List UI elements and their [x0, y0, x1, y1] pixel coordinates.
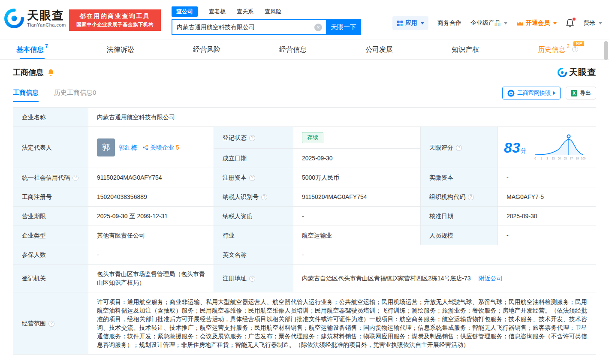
table-cell: 包头市青山区市场监督管理局（包头市青山区知识产权局） — [88, 265, 214, 292]
tab-basic-info[interactable]: 基本信息 7 — [16, 39, 48, 59]
tab-history-info[interactable]: VIP 历史信息 2 — [538, 39, 578, 59]
table-cell: 登记机关 — [13, 265, 88, 292]
table-cell: 人员规模 — [421, 226, 498, 245]
score-widget[interactable]: 83分 0 1 3 15 50 65 97 99 100 — [504, 133, 590, 162]
tab-count: 7 — [45, 43, 48, 49]
table-cell: 参保人数 — [13, 245, 88, 265]
english-name: - — [302, 251, 304, 258]
search-input[interactable] — [172, 24, 326, 31]
search-tab-company[interactable]: 查公司 — [172, 6, 198, 17]
row-legal-rep: 法定代表人 郭 郭红梅 关联企业 5 登记状态 — [13, 127, 596, 149]
tab-legal-litigation[interactable]: 法律诉讼 — [107, 39, 134, 59]
tab-label: 基本信息 — [16, 39, 44, 60]
official-snapshot-label: 工商官网快照 — [517, 89, 551, 97]
search-tab-boss[interactable]: 查老板 — [209, 8, 226, 15]
help-icon[interactable] — [249, 175, 255, 181]
tianyancha-watermark-icon — [558, 68, 567, 77]
banner-line1: 都在用的商业查询工具 — [80, 12, 151, 20]
promo-banner: 都在用的商业查询工具 国家中小企业发展子基金旗下机构 — [69, 9, 161, 31]
help-icon[interactable] — [48, 321, 54, 327]
tab-count: 2 — [567, 43, 570, 49]
svg-text:3: 3 — [546, 157, 548, 160]
site-header: 天眼查 TianYanCha.com 都在用的商业查询工具 国家中小企业发展子基… — [0, 0, 609, 39]
table-cell: MAG0AFY7-5 — [498, 187, 596, 207]
legal-rep-link[interactable]: 郭红梅 — [119, 143, 137, 152]
search-button[interactable]: 天眼一下 — [326, 19, 361, 35]
row-business-term: 营业期限 2025-09-30 至 2099-12-31 纳税人资质 - 核准日… — [13, 207, 596, 226]
chevron-down-icon — [421, 22, 424, 24]
enterprise-products-menu[interactable]: 企业级产品 — [470, 19, 507, 27]
table-cell: 150204038356889 — [88, 187, 214, 207]
table-cell: 内蒙古自治区包头市青山区青福镇赵家营村四区2栋14号底店-73 附近公司 — [293, 265, 596, 292]
table-cell: 91150204MAG0AFY754 — [293, 187, 421, 207]
table-cell: 法定代表人 — [13, 127, 88, 168]
help-icon[interactable] — [572, 46, 578, 52]
page-scrollbar[interactable] — [604, 41, 608, 60]
related-companies-link[interactable]: 关联企业 5 — [142, 143, 179, 152]
export-button[interactable]: 导出 — [566, 87, 596, 99]
section-title: 工商信息 — [13, 67, 44, 78]
help-icon[interactable] — [72, 175, 78, 181]
notifications-button[interactable] — [566, 18, 574, 28]
table-cell: - — [498, 168, 596, 187]
subtab-business-info[interactable]: 工商信息 — [13, 89, 39, 102]
tab-company-development[interactable]: 公司发展 — [365, 39, 393, 59]
table-cell: 行业 — [214, 226, 293, 245]
tab-label: 法律诉讼 — [107, 39, 134, 60]
search-tab-risk[interactable]: 查风险 — [265, 8, 281, 15]
notification-dot — [573, 18, 576, 21]
apps-menu[interactable]: 应用 — [392, 16, 428, 30]
org-code: MAG0AFY7-5 — [506, 193, 544, 200]
svg-text:15: 15 — [552, 157, 555, 160]
legal-rep-avatar[interactable]: 郭 — [97, 138, 115, 156]
tab-operation-info[interactable]: 经营信息 — [279, 39, 307, 59]
tianyancha-logo[interactable]: 天眼查 TianYanCha.com — [4, 9, 66, 28]
related-companies-label: 关联企业 — [150, 143, 174, 152]
table-cell: 纳税人识别号 — [214, 187, 293, 207]
field-label: 核准日期 — [429, 213, 453, 220]
table-cell: 注册地址 — [214, 265, 293, 292]
table-cell: 英文名称 — [214, 245, 293, 265]
help-icon[interactable] — [249, 135, 255, 141]
reg-address: 内蒙古自治区包头市青山区青福镇赵家营村四区2栋14号底店-73 — [302, 275, 471, 282]
table-cell: - — [293, 207, 421, 226]
clear-search-icon[interactable]: × — [314, 24, 322, 31]
help-icon[interactable] — [249, 276, 255, 282]
subtab-history-business-info[interactable]: 历史工商信息0 — [54, 89, 96, 102]
row-reg-number: 工商注册号 150204038356889 纳税人识别号 91150204MAG… — [13, 187, 596, 207]
taxpayer-quality: - — [302, 213, 304, 220]
chevron-down-icon — [599, 22, 602, 24]
taxpayer-id: 91150204MAG0AFY754 — [302, 193, 367, 200]
user-menu[interactable]: 费米 — [583, 19, 602, 27]
table-cell: 天眼评分 — [421, 127, 498, 168]
nearby-companies-link[interactable]: 附近公司 — [478, 275, 502, 282]
field-label: 纳税人识别号 — [223, 193, 259, 200]
business-cooperation-link[interactable]: 商务合作 — [437, 19, 461, 27]
score-value: 83 — [504, 139, 520, 156]
score-unit: 分 — [521, 147, 527, 154]
row-business-scope: 经营范围 许可项目：通用航空服务；商业非运输、私用大型航空器运营人、航空器代管人… — [13, 292, 596, 355]
official-snapshot-button[interactable]: 工商官网快照 — [502, 87, 561, 99]
subtab-row: 工商信息 历史工商信息0 工商官网快照 导出 — [13, 87, 596, 102]
table-cell: 营业期限 — [13, 207, 88, 226]
svg-text:97: 97 — [570, 157, 573, 160]
help-icon[interactable] — [468, 194, 474, 200]
table-cell: 存续 — [293, 127, 421, 149]
svg-text:65: 65 — [564, 157, 567, 160]
chevron-down-icon — [504, 22, 507, 24]
field-label: 经营范围 — [22, 320, 46, 327]
tab-label: 知识产权 — [452, 39, 479, 60]
tab-label: 历史信息 — [538, 39, 565, 60]
search-tab-relation[interactable]: 查关系 — [237, 8, 253, 15]
subscribe-bell-icon[interactable] — [47, 69, 54, 76]
field-label: 营业期限 — [22, 213, 46, 220]
paid-capital: - — [506, 174, 509, 181]
tab-intellectual-property[interactable]: 知识产权 — [452, 39, 479, 59]
field-label: 纳税人资质 — [223, 213, 253, 220]
tab-operation-risk[interactable]: 经营风险 — [193, 39, 220, 59]
table-cell: 企业类型 — [13, 226, 88, 245]
open-vip-menu[interactable]: 开通会员 — [516, 19, 557, 27]
help-icon[interactable] — [456, 145, 462, 151]
help-icon[interactable] — [261, 194, 267, 200]
row-reg-authority: 登记机关 包头市青山区市场监督管理局（包头市青山区知识产权局） 注册地址 内蒙古… — [13, 265, 596, 292]
